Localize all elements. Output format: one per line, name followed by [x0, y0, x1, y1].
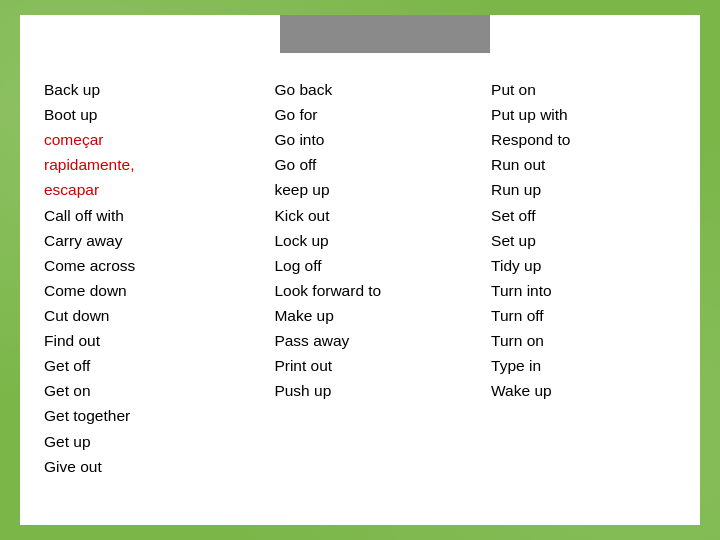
list-item: Respond to [491, 127, 680, 152]
list-item: Type in [491, 353, 680, 378]
slide: Back upBoot upcomeçarrapidamente,escapar… [20, 15, 700, 525]
list-item: Pass away [274, 328, 483, 353]
list-item: Go back [274, 77, 483, 102]
list-item: Tidy up [491, 253, 680, 278]
list-item: Turn off [491, 303, 680, 328]
list-item: Get up [44, 429, 266, 454]
column-3: Put onPut up withRespond toRun outRun up… [483, 33, 680, 507]
list-item: Go off [274, 152, 483, 177]
column-1: Back upBoot upcomeçarrapidamente,escapar… [40, 33, 266, 507]
list-item: Get off [44, 353, 266, 378]
list-item: Boot up [44, 102, 266, 127]
list-item: Carry away [44, 228, 266, 253]
list-item: Come across [44, 253, 266, 278]
list-item: keep up [274, 177, 483, 202]
list-item: Put up with [491, 102, 680, 127]
list-item: Find out [44, 328, 266, 353]
list-item: Put on [491, 77, 680, 102]
list-item: Lock up [274, 228, 483, 253]
list-item: Set up [491, 228, 680, 253]
list-item: Come down [44, 278, 266, 303]
list-item: começar [44, 127, 266, 152]
list-item: Cut down [44, 303, 266, 328]
list-item: Go into [274, 127, 483, 152]
list-item: Run up [491, 177, 680, 202]
list-item: rapidamente, [44, 152, 266, 177]
list-item: Give out [44, 454, 266, 479]
list-item: Get together [44, 403, 266, 428]
list-item: Make up [274, 303, 483, 328]
list-item: Back up [44, 77, 266, 102]
list-item: Call off with [44, 203, 266, 228]
list-item: Turn on [491, 328, 680, 353]
list-item: Push up [274, 378, 483, 403]
list-item: Turn into [491, 278, 680, 303]
column-2: Go backGo forGo intoGo offkeep upKick ou… [266, 33, 483, 507]
list-item: Print out [274, 353, 483, 378]
list-item: Get on [44, 378, 266, 403]
top-gray-bar [280, 15, 490, 53]
list-item: Wake up [491, 378, 680, 403]
list-item: Go for [274, 102, 483, 127]
list-item: Set off [491, 203, 680, 228]
list-item: Kick out [274, 203, 483, 228]
list-item: Look forward to [274, 278, 483, 303]
list-item: escapar [44, 177, 266, 202]
list-item: Run out [491, 152, 680, 177]
list-item: Log off [274, 253, 483, 278]
